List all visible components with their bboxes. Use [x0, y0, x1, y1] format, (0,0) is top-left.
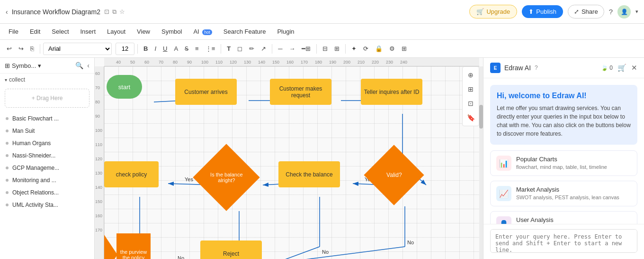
node-check-policy[interactable]: check policy — [104, 161, 159, 187]
sidebar-item-5[interactable]: Monitoring and ... — [0, 174, 94, 186]
collapse-icon[interactable]: ‹ — [87, 62, 89, 69]
window-icon-1[interactable]: ⊡ — [104, 8, 109, 16]
popular-charts-icon: 📊 — [496, 156, 511, 171]
ai-input-area — [483, 224, 644, 259]
node-customer-arrives[interactable]: Customer arrives — [175, 79, 237, 105]
avatar[interactable]: 👤 — [617, 5, 631, 18]
node-reject[interactable]: Reject — [200, 240, 262, 259]
clone-button[interactable]: ⎘ — [27, 43, 37, 54]
cart-icon: 🛒 — [476, 8, 484, 15]
ai-panel-title: E Edraw AI ? — [490, 63, 538, 73]
sidebar-title: ⊞ Symbo... ▾ — [5, 62, 41, 69]
dot-icon — [6, 179, 9, 182]
sidebar-item-1[interactable]: Man Suit — [0, 125, 94, 137]
ai-input-box[interactable] — [490, 229, 637, 253]
menu-insert[interactable]: Insert — [76, 26, 101, 37]
zoom-in-button[interactable]: ⊞ — [331, 43, 342, 54]
scroll-thumb[interactable] — [479, 105, 483, 129]
sidebar-item-7[interactable]: UML Activity Sta... — [0, 199, 94, 211]
token-leaf-icon: 🍃 — [601, 65, 608, 71]
mini-grid-button[interactable]: ⊡ — [465, 97, 477, 110]
menu-view[interactable]: View — [132, 26, 155, 37]
dot-icon — [6, 154, 9, 157]
bold-button[interactable]: B — [141, 43, 151, 54]
zoom-out-button[interactable]: ⊟ — [320, 43, 331, 54]
mini-cursor-button[interactable]: ⊕ — [465, 69, 477, 81]
format-button[interactable]: ⊞ — [399, 43, 410, 54]
menu-search-feature[interactable]: Search Feature — [219, 26, 271, 37]
toolbar-divider-1 — [40, 44, 40, 54]
scrollbar[interactable] — [479, 66, 483, 259]
drag-here-box[interactable]: + Drag Here — [5, 89, 89, 108]
menu-ai[interactable]: AI hot — [188, 26, 216, 37]
node-teller-inquires[interactable]: Teller inquires after ID — [361, 79, 422, 105]
line-style-button[interactable]: ─ — [275, 43, 285, 54]
ai-card-market-analysis[interactable]: 📈 Market Analysis SWOT analysis, PEST an… — [490, 181, 637, 206]
italic-button[interactable]: I — [152, 43, 159, 54]
node-start[interactable]: start — [107, 75, 142, 99]
section-arrow: ▾ — [5, 77, 7, 83]
ai-welcome-text: Let me offer you smart drawing services.… — [497, 104, 631, 138]
sidebar-item-3[interactable]: Nassi-Shneider... — [0, 149, 94, 162]
ai-cart-icon[interactable]: 🛒 — [617, 64, 626, 72]
undo-button[interactable]: ↩ — [4, 43, 15, 54]
menu-select[interactable]: Select — [47, 26, 73, 37]
market-analysis-icon: 📈 — [496, 186, 511, 201]
font-select[interactable]: Arial Helvetica Times New Roman — [43, 43, 112, 55]
ai-close-icon[interactable]: ✕ — [631, 64, 637, 72]
connection-button[interactable]: ↗ — [258, 43, 269, 54]
shape-button[interactable]: ◻ — [234, 43, 245, 54]
ai-help-icon[interactable]: ? — [535, 65, 538, 71]
back-icon[interactable]: ‹ — [6, 8, 8, 16]
menu-layout[interactable]: Layout — [102, 26, 130, 37]
upgrade-button[interactable]: 🛒 Upgrade — [469, 5, 517, 18]
sidebar-item-2[interactable]: Human Organs — [0, 137, 94, 149]
ai-card-user-analysis[interactable]: 👤 User Analysis user story, user profile — [490, 211, 637, 224]
align-more-button[interactable]: ⋮≡ — [203, 43, 218, 54]
mini-image-button[interactable]: ⊞ — [465, 83, 477, 95]
sidebar-item-6[interactable]: Object Relations... — [0, 186, 94, 199]
node-customer-makes[interactable]: Customer makes request — [270, 79, 331, 105]
more-tools-button[interactable]: ⚙ — [386, 43, 398, 54]
text-button[interactable]: T — [224, 43, 233, 54]
restore-button[interactable]: ⟳ — [360, 43, 371, 54]
window-title: Insurance Workflow Diagram2 — [12, 8, 100, 16]
node-purview-policy[interactable]: the purview the policy — [103, 233, 151, 259]
search-icon[interactable]: 🔍 — [75, 62, 83, 69]
menu-symbol[interactable]: Symbol — [157, 26, 187, 37]
window-icon-2[interactable]: ⧉ — [112, 8, 116, 16]
strikethrough-button[interactable]: S̶ — [182, 43, 191, 54]
lock-button[interactable]: 🔒 — [372, 43, 385, 54]
share-button[interactable]: ⤢ Share — [568, 5, 604, 18]
toolbar-divider-2 — [137, 44, 138, 54]
line-more-button[interactable]: ━⊞ — [299, 43, 313, 54]
sidebar-item-4[interactable]: GCP Manageme... — [0, 162, 94, 174]
sidebar-chevron[interactable]: ▾ — [38, 62, 41, 69]
menu-plugin[interactable]: Plugin — [272, 26, 299, 37]
arrow-style-button[interactable]: → — [286, 43, 298, 54]
publish-button[interactable]: ⬆ Publish — [522, 5, 563, 18]
mini-bookmark-button[interactable]: 🔖 — [465, 111, 477, 124]
account-chevron[interactable]: ▾ — [635, 9, 638, 15]
align-button[interactable]: ≡ — [192, 43, 202, 54]
font-size-input[interactable] — [116, 43, 134, 55]
sidebar-section-header[interactable]: ▾ collect — [0, 74, 94, 86]
star-icon[interactable]: ☆ — [119, 8, 125, 16]
top-bar-right: 🛒 Upgrade ⬆ Publish ⤢ Share ? 👤 ▾ — [469, 5, 638, 18]
node-check-balance[interactable]: Check the balance — [278, 161, 340, 187]
sidebar-item-0[interactable]: Basic Flowchart ... — [0, 112, 94, 125]
redo-button[interactable]: ↪ — [16, 43, 27, 54]
menu-file[interactable]: File — [4, 26, 23, 37]
ai-card-user-analysis-content: User Analysis user story, user profile — [516, 216, 567, 224]
canvas-area[interactable]: 40 50 60 70 80 90 100 110 120 130 140 15… — [95, 58, 483, 259]
underline-button[interactable]: U — [160, 43, 170, 54]
pen-button[interactable]: ✏ — [246, 43, 257, 54]
ai-tool-button[interactable]: ✦ — [349, 43, 359, 54]
help-icon[interactable]: ? — [609, 8, 613, 16]
sidebar-header: ⊞ Symbo... ▾ 🔍 ‹ — [0, 58, 94, 74]
share-icon: ⤢ — [574, 8, 579, 15]
toolbar-divider-5 — [316, 44, 317, 54]
ai-card-popular-charts[interactable]: 📊 Popular Charts flowchart, mind map, ta… — [490, 150, 637, 176]
menu-edit[interactable]: Edit — [25, 26, 45, 37]
font-color-button[interactable]: A — [171, 43, 181, 54]
